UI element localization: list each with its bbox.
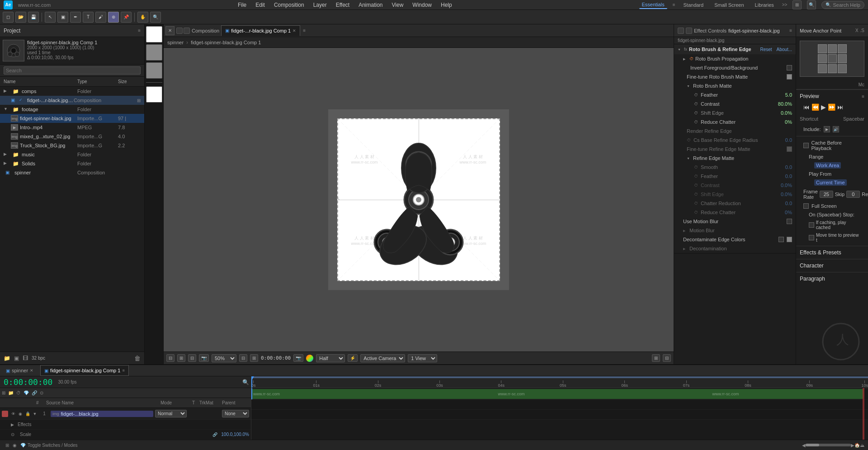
vt-resolution-select[interactable]: HalfFullQuarter bbox=[316, 354, 345, 362]
tl-ctrl-icon6[interactable]: ⊙ bbox=[40, 390, 43, 395]
roto-brush-header[interactable]: fx Roto Brush & Refine Edge Reset About.… bbox=[674, 44, 796, 54]
comp-tab-menu[interactable]: ≡ bbox=[303, 28, 306, 33]
fr-value[interactable] bbox=[820, 191, 833, 198]
vt-ram-preview[interactable]: ⊟ bbox=[188, 354, 196, 362]
menu-effect[interactable]: Effect bbox=[334, 1, 351, 9]
new-folder-btn[interactable]: 📁 bbox=[4, 355, 10, 361]
tool-brush[interactable]: 🖌 bbox=[95, 12, 106, 23]
move-time-checkbox[interactable] bbox=[809, 235, 814, 240]
ap-mr[interactable] bbox=[838, 54, 847, 63]
character-header[interactable]: Character bbox=[800, 261, 864, 270]
current-time-value[interactable]: Current Time bbox=[814, 179, 847, 186]
menu-file[interactable]: File bbox=[236, 1, 248, 9]
tl-zoom-slider[interactable] bbox=[806, 444, 851, 446]
preview-section-header[interactable]: Preview ≡ bbox=[800, 92, 864, 101]
tl-tab-comp1[interactable]: ▣ fidget-spinner-black.jpg Comp 1 ≡ bbox=[40, 365, 129, 376]
tool-puppet[interactable]: 📌 bbox=[121, 12, 132, 23]
tl-ctrl-icon1[interactable]: ⊞ bbox=[2, 390, 5, 395]
delete-item-btn[interactable]: 🗑 bbox=[134, 355, 141, 362]
prev-fwd-btn[interactable]: ⏩ bbox=[828, 103, 835, 111]
tool-zoom[interactable]: 🔍 bbox=[150, 12, 161, 23]
tl-tab-comp1-menu[interactable]: ≡ bbox=[122, 368, 124, 373]
tl-scale-end[interactable]: ▶ bbox=[851, 443, 854, 448]
vt-expand[interactable]: ⊟ bbox=[663, 354, 671, 362]
work-area-bar[interactable] bbox=[251, 376, 868, 378]
tab-close-x[interactable]: ✕ bbox=[165, 26, 175, 35]
project-item-comp1[interactable]: ▣ ✓ fidget-...r-black.jpg Comp 1 Composi… bbox=[0, 96, 144, 105]
tl-bar-1[interactable]: www.rr-sc.com www.rr-sc.com www.rr-sc.co… bbox=[251, 389, 863, 399]
cs-value[interactable]: 0.0 bbox=[785, 137, 792, 143]
workspace-small-screen[interactable]: Small Screen bbox=[712, 1, 746, 9]
breadcrumb-spinner[interactable]: spinner bbox=[167, 40, 184, 45]
roto-propagation-row[interactable]: ⏱ Roto Brush Propagation bbox=[674, 54, 796, 63]
menu-layer[interactable]: Layer bbox=[311, 1, 329, 9]
menu-view[interactable]: View bbox=[390, 1, 406, 9]
ap-bc[interactable] bbox=[828, 64, 837, 73]
vt-play[interactable]: ⊞ bbox=[177, 354, 185, 362]
new-comp-btn[interactable]: ▣ bbox=[14, 355, 19, 361]
ap-ml[interactable] bbox=[818, 54, 827, 63]
tl-ctrl-icon4[interactable]: 💎 bbox=[24, 390, 29, 395]
tl-ctrl-icon2[interactable]: 📁 bbox=[8, 390, 14, 395]
effects-presets-header[interactable]: Effects & Presets bbox=[800, 248, 864, 257]
preview-thumb-4[interactable] bbox=[146, 86, 162, 103]
comp-settings-icon2[interactable] bbox=[184, 28, 190, 34]
layer-mode[interactable]: Normal bbox=[155, 410, 187, 417]
prev-back-btn[interactable]: ⏪ bbox=[811, 103, 819, 111]
layer-name-box[interactable]: img fidget-...black.jpg bbox=[51, 411, 153, 417]
invert-checkbox[interactable] bbox=[787, 65, 792, 70]
tool-save[interactable]: 💾 bbox=[28, 12, 39, 23]
menu-help[interactable]: Help bbox=[439, 1, 454, 9]
vt-safe-zones[interactable]: ⊞ bbox=[250, 354, 258, 362]
tl-ctrl-icon3[interactable]: ⏱ bbox=[16, 390, 21, 395]
workspace-more[interactable]: >> bbox=[782, 2, 788, 7]
include-btn1[interactable]: ▶ bbox=[824, 126, 830, 132]
preview-thumb-2[interactable] bbox=[146, 44, 162, 61]
ap-bl[interactable] bbox=[818, 64, 827, 73]
vt-color-mode[interactable] bbox=[306, 355, 313, 362]
layer-expand-btn[interactable]: ▼ bbox=[32, 411, 38, 417]
project-item-comps[interactable]: ▶ 📁 comps Folder bbox=[0, 87, 144, 96]
full-screen-checkbox[interactable] bbox=[803, 203, 809, 209]
layer-eye[interactable]: 👁 bbox=[10, 411, 16, 417]
tl-current-time[interactable]: 0:00:00:00 bbox=[2, 377, 54, 387]
prev-first-btn[interactable]: ⏮ bbox=[803, 103, 810, 111]
tl-ctrl-icon5[interactable]: 🔗 bbox=[32, 390, 37, 395]
tool-pen[interactable]: ✒ bbox=[70, 12, 81, 23]
ft-refine-checkbox[interactable] bbox=[787, 146, 792, 152]
shift2-value[interactable]: 0.0% bbox=[781, 192, 792, 197]
tl-scale-start[interactable]: ◀ bbox=[802, 443, 806, 448]
tool-roto-brush[interactable]: ⊕ bbox=[108, 12, 119, 23]
tool-text[interactable]: T bbox=[83, 12, 94, 23]
map-expand[interactable]: .S bbox=[860, 28, 864, 33]
col-name-header[interactable]: Name bbox=[4, 79, 77, 84]
contrast2-value[interactable]: 0.0% bbox=[781, 183, 792, 188]
ap-br[interactable] bbox=[838, 64, 847, 73]
project-item-footage[interactable]: ▼ 📁 footage Folder bbox=[0, 105, 144, 114]
workspace-libraries[interactable]: Libraries bbox=[752, 1, 777, 9]
playhead[interactable] bbox=[251, 376, 252, 388]
rc-value[interactable]: 0% bbox=[785, 119, 792, 125]
preview-menu-icon[interactable]: ≡ bbox=[862, 94, 864, 99]
menu-animation[interactable]: Animation bbox=[357, 1, 384, 9]
vt-prev-frame[interactable]: ⊟ bbox=[166, 354, 175, 362]
roto-reset-btn[interactable]: Reset bbox=[760, 47, 772, 52]
project-item-solids[interactable]: ▶ 📁 Solids Folder bbox=[0, 159, 144, 168]
vt-fast-preview[interactable]: ⚡ bbox=[348, 354, 358, 362]
tool-hand[interactable]: ✋ bbox=[137, 12, 148, 23]
contrast-value[interactable]: 80.0% bbox=[778, 101, 792, 107]
search-help[interactable]: 🔍 Search Help bbox=[821, 1, 864, 9]
workspace-expand[interactable]: ≡ bbox=[673, 2, 675, 7]
tl-tab-spinner-close[interactable]: ✕ bbox=[30, 368, 33, 373]
vt-snapshot[interactable]: 📷 bbox=[199, 354, 209, 362]
sync-settings-btn[interactable]: ⊞ bbox=[793, 0, 802, 9]
menu-window[interactable]: Window bbox=[410, 1, 434, 9]
layer-lock[interactable]: 🔒 bbox=[24, 411, 31, 417]
project-item-spinner[interactable]: ▣ spinner Composition bbox=[0, 168, 144, 177]
effects-sub-row[interactable]: ▶ Effects bbox=[0, 420, 251, 430]
map-close[interactable]: X bbox=[855, 28, 859, 33]
layer-parent[interactable]: None bbox=[222, 410, 249, 417]
vt-camera-select[interactable]: Active Camera bbox=[360, 354, 405, 362]
comp-settings-icon[interactable] bbox=[176, 28, 183, 34]
preview-thumb-3[interactable] bbox=[146, 62, 162, 79]
